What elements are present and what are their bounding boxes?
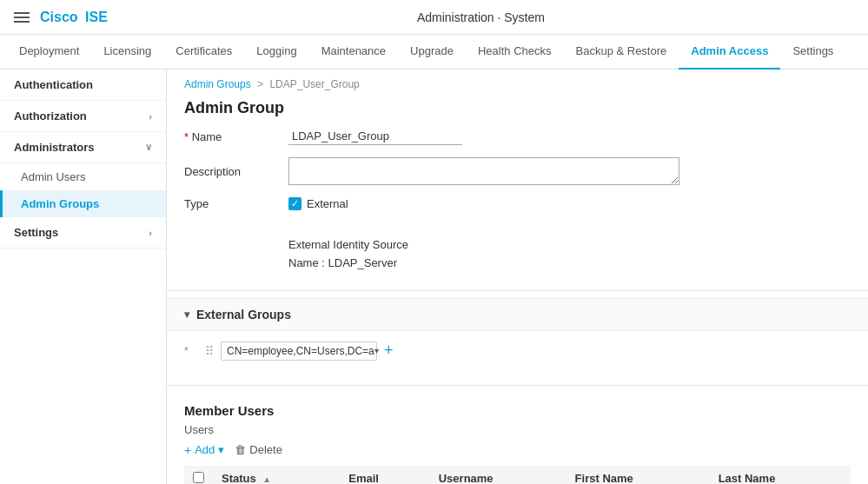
nav-tabs: Deployment Licensing Certificates Loggin… (0, 35, 868, 70)
sidebar-item-admin-users[interactable]: Admin Users (0, 163, 166, 190)
external-groups-label: External Groups (196, 308, 291, 322)
description-label: Description (184, 165, 288, 178)
select-all-checkbox[interactable] (193, 472, 204, 483)
type-external-label: External (307, 197, 348, 210)
type-checkbox-row: External (288, 197, 348, 210)
status-sort-icon: ▲ (262, 474, 271, 484)
tab-certificates[interactable]: Certificates (163, 35, 244, 70)
description-input[interactable] (288, 157, 679, 185)
cisco-text: Cisco (40, 10, 78, 25)
identity-source-label: External Identity Source (288, 236, 851, 255)
topbar: Cisco ISE Administration · System (0, 0, 868, 35)
type-label: Type (184, 197, 288, 210)
breadcrumb-separator: > (257, 78, 263, 90)
sidebar-item-settings[interactable]: Settings › (0, 217, 166, 249)
collapse-icon: ▾ (184, 308, 189, 321)
name-row: Name (184, 128, 851, 145)
tab-deployment[interactable]: Deployment (7, 35, 91, 70)
breadcrumb-parent-link[interactable]: Admin Groups (184, 78, 251, 90)
tab-health-checks[interactable]: Health Checks (466, 35, 564, 70)
th-username: Username (430, 466, 567, 484)
external-groups-area: * ⠿ CN=employee,CN=Users,DC=a ▾ + (167, 331, 868, 378)
tab-settings[interactable]: Settings (780, 35, 845, 70)
tab-admin-access[interactable]: Admin Access (679, 35, 780, 70)
tab-upgrade[interactable]: Upgrade (398, 35, 466, 70)
row-number: * (184, 345, 198, 357)
add-button[interactable]: + Add ▾ (184, 443, 224, 457)
tab-licensing[interactable]: Licensing (91, 35, 163, 70)
main-layout: Authentication Authorization › Administr… (0, 70, 868, 484)
external-group-dropdown[interactable]: CN=employee,CN=Users,DC=a ▾ (221, 341, 377, 361)
sidebar-item-authorization[interactable]: Authorization › (0, 101, 166, 132)
th-last-name: Last Name (710, 466, 851, 484)
authorization-chevron-icon: › (149, 111, 152, 122)
th-status[interactable]: Status ▲ (213, 466, 340, 484)
description-row: Description (184, 157, 851, 185)
type-row: Type External (184, 197, 851, 210)
name-input[interactable] (288, 128, 462, 145)
identity-source-info: External Identity Source Name : LDAP_Ser… (167, 236, 868, 283)
add-label: Add (195, 443, 215, 456)
external-group-dropdown-value: CN=employee,CN=Users,DC=a (227, 345, 374, 357)
dropdown-chevron-icon: ▾ (374, 346, 379, 355)
add-chevron-icon: ▾ (218, 443, 224, 456)
sidebar-item-authentication[interactable]: Authentication (0, 70, 166, 101)
ext-group-row: * ⠿ CN=employee,CN=Users,DC=a ▾ + (184, 341, 851, 361)
content-area: Admin Groups > LDAP_User_Group Admin Gro… (167, 70, 868, 484)
member-users-section: Member Users Users + Add ▾ 🗑 Delete (167, 393, 868, 484)
users-table: Status ▲ Email Username First Name Last … (184, 466, 851, 484)
member-users-title: Member Users (184, 403, 851, 418)
administrators-chevron-icon: ∨ (145, 142, 152, 153)
table-header-row: Status ▲ Email Username First Name Last … (184, 466, 851, 484)
name-label: Name (184, 130, 288, 143)
identity-source-name: Name : LDAP_Server (288, 255, 851, 273)
admin-group-form: Name Description Type External (167, 128, 868, 236)
breadcrumb: Admin Groups > LDAP_User_Group (167, 70, 868, 96)
settings-chevron-icon: › (149, 228, 152, 238)
delete-icon: 🗑 (235, 443, 246, 456)
delete-button[interactable]: 🗑 Delete (235, 443, 282, 456)
breadcrumb-current: LDAP_User_Group (269, 78, 359, 90)
add-icon: + (184, 443, 191, 457)
cisco-logo: Cisco ISE (40, 10, 108, 25)
delete-label: Delete (249, 443, 282, 456)
type-external-checkbox[interactable] (288, 197, 301, 210)
tab-logging[interactable]: Logging (244, 35, 308, 70)
users-label: Users (184, 423, 851, 436)
page-title: Admin Group (167, 96, 868, 128)
toolbar-row: + Add ▾ 🗑 Delete (184, 443, 851, 457)
add-group-row-button[interactable]: + (384, 341, 394, 360)
external-groups-section-header[interactable]: ▾ External Groups (167, 298, 868, 331)
tab-maintenance[interactable]: Maintenance (309, 35, 398, 70)
drag-handle-icon[interactable]: ⠿ (205, 344, 214, 358)
th-checkbox (184, 466, 213, 484)
tab-backup-restore[interactable]: Backup & Restore (564, 35, 679, 70)
th-email: Email (340, 466, 430, 484)
topbar-title: Administration · System (108, 10, 854, 24)
th-first-name: First Name (567, 466, 710, 484)
sidebar: Authentication Authorization › Administr… (0, 70, 167, 484)
sidebar-item-admin-groups[interactable]: Admin Groups (0, 190, 166, 217)
sidebar-item-administrators[interactable]: Administrators ∨ (0, 132, 166, 163)
ise-text: ISE (85, 10, 108, 25)
menu-hamburger-icon[interactable] (14, 10, 30, 25)
